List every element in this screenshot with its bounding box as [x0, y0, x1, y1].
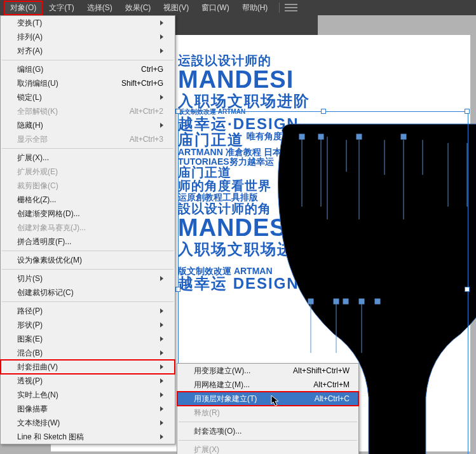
menu-shortcut: Ctrl+G [141, 65, 163, 74]
submenu-arrow-icon [160, 336, 163, 341]
selection-handle[interactable] [321, 109, 326, 114]
object-menu-item[interactable]: 透视(P) [1, 374, 175, 388]
submenu-arrow-icon [160, 420, 163, 425]
menu-item-label: 文本绕排(W) [17, 418, 154, 429]
menu-separator [179, 440, 357, 441]
menu-shortcut: Alt+Ctrl+2 [130, 107, 163, 116]
menu-item-label: 扩展(X)... [17, 153, 163, 163]
selection-handle[interactable] [465, 109, 470, 114]
object-menu-item[interactable]: 图像描摹 [1, 402, 175, 416]
menu-item-label: 形状(P) [17, 320, 154, 331]
object-menu-item[interactable]: 栅格化(Z)... [1, 193, 175, 207]
object-menu: 变换(T)排列(A)对齐(A)编组(G)Ctrl+G取消编组(U)Shift+C… [0, 15, 175, 444]
envelope-submenu-item: 释放(R) [177, 406, 358, 420]
menu-shortcut: Alt+Ctrl+M [313, 380, 350, 389]
menu-item-label: 透视(P) [17, 376, 154, 387]
object-menu-item[interactable]: 编组(G)Ctrl+G [1, 62, 175, 76]
menu-item-label: 释放(R) [194, 408, 350, 418]
menu-item-label: 对齐(A) [17, 46, 154, 57]
selection-handle[interactable] [175, 109, 180, 114]
menu-item-label: 取消编组(U) [17, 78, 109, 89]
object-menu-item[interactable]: 设为像素级优化(M) [1, 253, 175, 267]
menu-item-label: 创建裁切标记(C) [17, 287, 163, 298]
menu-separator [2, 60, 173, 60]
menu-item-label: 混合(B) [17, 348, 154, 359]
menu-shortcut: Alt+Shift+Ctrl+W [293, 366, 350, 375]
object-menu-item[interactable]: 切片(S) [1, 272, 175, 285]
menu-item-label: 裁剪图像(C) [17, 181, 163, 191]
submenu-arrow-icon [160, 392, 163, 397]
envelope-submenu-item[interactable]: 用变形建立(W)...Alt+Shift+Ctrl+W [177, 364, 358, 378]
selection-handle[interactable] [465, 287, 470, 292]
object-menu-item[interactable]: 取消编组(U)Shift+Ctrl+G [1, 76, 175, 90]
menu-effect[interactable]: 效果(C) [119, 1, 158, 15]
menu-object[interactable]: 对象(O) [4, 1, 43, 15]
menu-text[interactable]: 文字(T) [43, 1, 80, 15]
object-menu-item[interactable]: 文本绕排(W) [1, 416, 175, 430]
menu-item-label: Line 和 Sketch 图稿 [17, 432, 154, 443]
menu-separator [2, 251, 173, 251]
object-menu-item: 扩展外观(E) [1, 165, 175, 179]
object-menu-item[interactable]: 扩展(X)... [1, 151, 175, 165]
menu-view[interactable]: 视图(V) [157, 1, 195, 15]
menu-item-label: 用网格建立(M)... [194, 380, 301, 390]
menu-separator [2, 148, 173, 149]
object-menu-item[interactable]: 图案(E) [1, 332, 175, 346]
menu-item-label: 图案(E) [17, 334, 154, 345]
menu-item-label: 扩展(X) [194, 444, 350, 455]
menu-item-label: 编组(G) [17, 64, 128, 75]
menu-item-label: 路径(P) [17, 306, 154, 317]
object-menu-item[interactable]: Line 和 Sketch 图稿 [1, 430, 175, 444]
menu-item-label: 用变形建立(W)... [194, 366, 280, 376]
object-menu-item[interactable]: 排列(A) [1, 30, 175, 44]
object-menu-item[interactable]: 隐藏(H) [1, 118, 175, 132]
object-menu-item: 全部解锁(K)Alt+Ctrl+2 [1, 104, 175, 118]
menu-item-label: 封套选项(O)... [194, 426, 350, 437]
menu-item-label: 切片(S) [17, 273, 154, 284]
object-menu-item[interactable]: 混合(B) [1, 346, 175, 360]
menu-item-label: 拼合透明度(F)... [17, 237, 163, 247]
submenu-arrow-icon [160, 434, 163, 439]
submenu-arrow-icon [160, 48, 163, 53]
menu-separator [179, 422, 357, 422]
submenu-arrow-icon [160, 406, 163, 411]
object-menu-item[interactable]: 实时上色(N) [1, 388, 175, 402]
object-menu-item: 创建对象马赛克(J)... [1, 221, 175, 235]
menu-help[interactable]: 帮助(H) [236, 1, 275, 15]
submenu-arrow-icon [160, 34, 163, 39]
object-menu-item[interactable]: 变换(T) [1, 16, 175, 30]
menu-separator [2, 301, 173, 302]
object-menu-item[interactable]: 路径(P) [1, 304, 175, 318]
object-menu-item[interactable]: 创建裁切标记(C) [1, 285, 175, 299]
menu-item-label: 设为像素级优化(M) [17, 255, 163, 266]
menu-item-label: 栅格化(Z)... [17, 195, 163, 205]
menu-item-label: 扩展外观(E) [17, 167, 163, 177]
submenu-arrow-icon [160, 308, 163, 313]
menu-select[interactable]: 选择(S) [81, 1, 119, 15]
envelope-submenu-item[interactable]: 封套选项(O)... [177, 424, 358, 438]
object-menu-item[interactable]: 拼合透明度(F)... [1, 235, 175, 249]
envelope-submenu-item: 扩展(X) [177, 443, 358, 454]
envelope-submenu-item[interactable]: 用顶层对象建立(T)Alt+Ctrl+C [177, 392, 358, 406]
envelope-submenu-item[interactable]: 用网格建立(M)...Alt+Ctrl+M [177, 378, 358, 392]
object-menu-item: 裁剪图像(C) [1, 179, 175, 193]
menu-item-label: 隐藏(H) [17, 120, 154, 131]
object-menu-item[interactable]: 创建渐变网格(D)... [1, 207, 175, 221]
object-menu-item[interactable]: 形状(P) [1, 318, 175, 332]
submenu-arrow-icon [160, 322, 163, 327]
submenu-arrow-icon [160, 350, 163, 355]
workspace-switcher-icon[interactable] [285, 4, 297, 11]
object-menu-item[interactable]: 对齐(A) [1, 44, 175, 58]
selection-handle[interactable] [175, 287, 180, 292]
menu-item-label: 创建对象马赛克(J)... [17, 223, 163, 233]
menu-item-label: 创建渐变网格(D)... [17, 209, 163, 219]
menu-window[interactable]: 窗口(W) [195, 1, 235, 15]
object-menu-item[interactable]: 封套扭曲(V) [1, 360, 175, 374]
submenu-arrow-icon [160, 20, 163, 25]
menu-shortcut: Shift+Ctrl+G [121, 79, 163, 88]
submenu-arrow-icon [160, 123, 163, 128]
object-menu-item[interactable]: 锁定(L) [1, 90, 175, 104]
menu-item-label: 实时上色(N) [17, 390, 154, 401]
menu-item-label: 锁定(L) [17, 92, 154, 103]
menu-item-label: 用顶层对象建立(T) [194, 394, 302, 404]
